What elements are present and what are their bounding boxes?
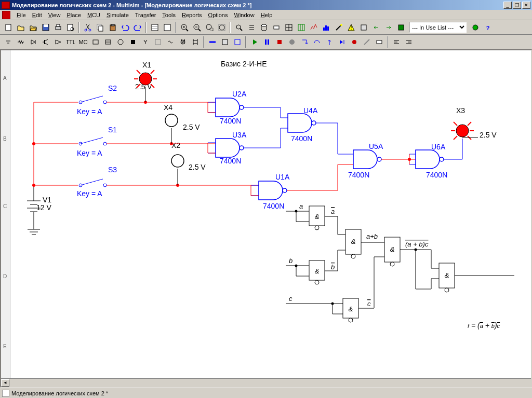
run-button[interactable] [248,36,260,48]
ground-symbol[interactable] [28,216,40,235]
cut-button[interactable] [82,22,94,33]
menu-options[interactable]: Options [205,11,231,19]
place-ttl-button[interactable]: TTL [64,36,76,48]
switch-s3[interactable] [79,179,107,187]
minimize-button[interactable]: _ [503,2,512,9]
switch-s2[interactable] [79,96,107,104]
menu-help[interactable]: Help [258,11,276,19]
zoom-out-button[interactable] [191,22,203,33]
place-hier-button[interactable] [231,36,243,48]
postproc-button[interactable] [320,22,332,33]
list-button[interactable] [245,22,257,33]
pause-button[interactable] [261,36,273,48]
scroll-left-button[interactable]: ◄ [1,379,9,387]
redo-button[interactable] [131,22,143,33]
place-analog-button[interactable] [52,36,64,48]
place-mixed-button[interactable] [102,36,114,48]
new-button[interactable] [2,22,14,33]
menu-reports[interactable]: Reports [179,11,205,19]
menu-transfer[interactable]: Transfer [132,11,159,19]
lamp-x3[interactable] [451,122,474,140]
save-button[interactable] [39,22,51,33]
step-into-button[interactable] [298,36,310,48]
lamp-x1[interactable] [134,70,157,102]
goto-button[interactable] [469,22,481,33]
grid-button[interactable] [283,22,295,33]
print-button[interactable] [52,22,64,33]
measure-button[interactable] [373,36,385,48]
breakpoint-button[interactable] [286,36,298,48]
probe-button[interactable] [361,36,373,48]
wizard-button[interactable] [332,22,344,33]
schematic-canvas[interactable]: Базис 2-И-НЕ X1 X4 X2 X3 S2 S1 S3 Key = … [10,50,531,378]
place-ladder-button[interactable] [189,36,201,48]
menu-view[interactable]: View [45,11,64,19]
place-bus-button[interactable] [206,36,218,48]
print-preview-button[interactable] [64,22,76,33]
toggle-bp-button[interactable] [348,36,360,48]
voltage-source[interactable] [27,185,41,216]
maximize-button[interactable]: ❐ [513,2,521,9]
stop-button[interactable] [273,36,285,48]
gate-u1a[interactable] [251,181,287,200]
zoom-area-button[interactable] [203,22,215,33]
fwd-anno-button[interactable] [382,22,394,33]
paste-button[interactable] [107,22,118,33]
menu-file[interactable]: File [14,11,29,19]
place-misc-button[interactable] [89,36,101,48]
horizontal-scrollbar[interactable]: ◄ [1,378,531,387]
gate-u3a[interactable] [208,139,244,157]
place-power-button[interactable] [127,36,139,48]
place-transistor-button[interactable] [39,36,51,48]
align-button[interactable] [390,36,402,48]
database-button[interactable] [258,22,270,33]
menu-tools[interactable]: Tools [159,11,179,19]
undo-button[interactable] [119,22,131,33]
analysis-button[interactable] [308,22,320,33]
ultiboard-button[interactable] [395,22,407,33]
step-out-button[interactable] [323,36,335,48]
help-button[interactable]: ? [482,22,494,33]
open-button[interactable] [15,22,26,33]
grid2-button[interactable] [295,22,307,33]
step-over-button[interactable] [311,36,323,48]
menu-simulate[interactable]: Simulate [103,11,132,19]
place-indicator-button[interactable] [114,36,126,48]
run-to-button[interactable] [336,36,348,48]
place-rf-button[interactable] [164,36,176,48]
place-misc2-button[interactable]: Y [139,36,151,48]
copy-button[interactable] [94,22,106,33]
titlebar: Моделирование логических схем 2 - Multis… [0,0,532,10]
back-anno-button[interactable] [370,22,382,33]
switch-s1[interactable] [79,138,107,145]
close-button[interactable]: ✕ [522,2,530,9]
sheet-button[interactable] [149,22,161,33]
menu-place[interactable]: Place [63,11,84,19]
open2-button[interactable] [27,22,39,33]
status-tab[interactable]: Моделирование логических схем 2 * [11,390,108,396]
zoom-fit-button[interactable] [216,22,228,33]
probe-x4[interactable] [165,114,178,144]
cap-button[interactable] [357,22,369,33]
component-button[interactable] [270,22,282,33]
place-source-button[interactable] [2,36,14,48]
zoom-in-button[interactable] [178,22,190,33]
place-sub-button[interactable] [219,36,231,48]
find-button[interactable] [233,22,245,33]
place-advanced-button[interactable] [152,36,164,48]
menu-mcu[interactable]: MCU [84,11,103,19]
gate-u4a[interactable] [288,114,316,132]
fullscreen-button[interactable] [161,22,173,33]
place-diode-button[interactable] [27,36,39,48]
in-use-list[interactable]: --- In Use List --- [409,22,467,33]
menu-window[interactable]: Window [231,11,257,19]
place-cmos-button[interactable]: CMOS [77,36,89,48]
gate-u2a[interactable] [208,98,244,117]
erc-button[interactable]: ! [345,22,357,33]
menu-edit[interactable]: Edit [29,11,45,19]
gate-u5a[interactable] [353,150,381,169]
align2-button[interactable] [403,36,415,48]
probe-x2[interactable] [171,155,184,185]
place-elmech-button[interactable]: M [177,36,189,48]
place-basic-button[interactable] [15,36,26,48]
